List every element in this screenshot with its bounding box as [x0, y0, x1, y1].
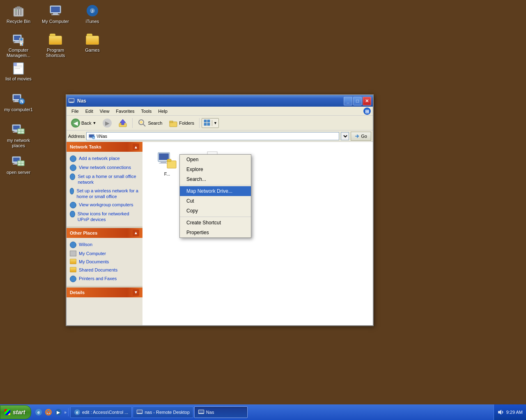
setup-home-network-link[interactable]: Set up a home or small office network [68, 172, 141, 187]
folders-button[interactable]: Folders [166, 117, 197, 129]
ctx-separator-2 [180, 217, 251, 217]
svg-rect-25 [14, 63, 17, 66]
details-label: Details [70, 290, 85, 295]
network-tasks-collapse-btn[interactable]: ▲ [133, 144, 139, 150]
svg-rect-9 [53, 13, 58, 14]
back-dropdown-icon[interactable]: ▼ [92, 121, 96, 125]
wilson-label: Wilson [79, 242, 92, 247]
address-input[interactable]: N \\Nas [86, 132, 339, 140]
wilson-icon [70, 242, 76, 248]
up-button[interactable] [115, 117, 130, 129]
up-icon [118, 119, 127, 128]
printers-faxes-link[interactable]: Printers and Faxes [68, 274, 141, 283]
desktop-icon-itunes[interactable]: ♪ iTunes [78, 4, 107, 24]
view-connections-label: View network connections [79, 164, 131, 170]
details-content [67, 297, 142, 325]
other-places-header[interactable]: Other Places ▲ [67, 228, 142, 238]
details-collapse-btn[interactable]: ▼ [133, 289, 139, 296]
upnp-icon [70, 211, 75, 217]
svg-rect-48 [70, 103, 73, 103]
desktop-icon-computer-management[interactable]: 📊 Computer Managem... [4, 33, 33, 58]
maximize-button[interactable]: □ [353, 97, 362, 105]
add-network-place-link[interactable]: Add a network place [68, 154, 141, 163]
my-computer-link-label: My Computer [79, 251, 106, 256]
desktop-icon-program-shortcuts[interactable]: Program Shortcuts [41, 33, 70, 58]
minimize-button[interactable]: _ [344, 97, 352, 105]
my-documents-link[interactable]: My Documents [68, 258, 141, 266]
ctx-cut[interactable]: Cut [180, 196, 251, 206]
details-section: Details ▼ [67, 288, 142, 325]
workgroup-icon [70, 202, 76, 208]
menu-edit[interactable]: Edit [82, 108, 96, 114]
network-folder-item[interactable]: F... [151, 150, 184, 177]
taskbar-apps: e edit : Access\Control ... nas - Remote… [69, 406, 494, 418]
desktop-icon-my-computer1[interactable]: N my computer1 [4, 92, 33, 112]
taskbar-app-edit-access-label: edit : Access\Control ... [82, 410, 129, 415]
other-places-collapse-btn[interactable]: ▲ [133, 230, 139, 236]
views-button[interactable]: ▼ [202, 118, 219, 128]
desktop-icon-open-server[interactable]: open server [4, 155, 33, 175]
desktop-icon-my-computer[interactable]: My Computer [41, 4, 70, 24]
back-button[interactable]: ◀ Back ▼ [68, 117, 99, 129]
ctx-open[interactable]: Open [180, 155, 251, 164]
svg-text:N: N [20, 99, 23, 104]
other-places-content: Wilson My Computer My Documents Sha [67, 238, 142, 286]
svg-rect-68 [159, 153, 169, 160]
view-workgroup-link[interactable]: View workgroup computers [68, 201, 141, 210]
search-button[interactable]: Search [135, 117, 165, 129]
svg-rect-2 [17, 7, 20, 8]
ctx-properties[interactable]: Properties [180, 228, 251, 237]
forward-button[interactable]: ▶ [100, 117, 115, 129]
taskbar-app-remote-desktop[interactable]: nas - Remote Desktop [133, 406, 193, 418]
ctx-create-shortcut[interactable]: Create Shortcut [180, 218, 251, 228]
recycle-bin-label: Recycle Bin [7, 19, 30, 24]
context-menu: Open Explore Search... Map Network Drive… [179, 154, 251, 238]
menu-view[interactable]: View [96, 108, 113, 114]
menu-file[interactable]: File [68, 108, 82, 114]
desktop-icon-list-of-movies[interactable]: list of movies [4, 62, 33, 82]
address-dropdown[interactable]: ▼ [341, 132, 349, 140]
svg-point-6 [16, 10, 17, 11]
taskbar-nas-icon [198, 409, 204, 415]
show-upnp-link[interactable]: Show icons for networked UPnP devices [68, 210, 141, 224]
start-button[interactable]: start [0, 405, 31, 419]
menu-tools[interactable]: Tools [138, 108, 155, 114]
main-content: Network Tasks ▲ Add a network place View… [67, 142, 373, 325]
desktop-icon-games[interactable]: Games [78, 33, 107, 58]
my-computer-link[interactable]: My Computer [68, 249, 141, 258]
details-header[interactable]: Details ▼ [67, 288, 142, 297]
forward-icon: ▶ [103, 119, 112, 128]
svg-point-19 [20, 38, 23, 41]
shared-documents-link[interactable]: Shared Documents [68, 266, 141, 274]
svg-rect-57 [170, 121, 173, 123]
ctx-copy[interactable]: Copy [180, 206, 251, 216]
games-label: Games [85, 48, 99, 53]
ctx-search[interactable]: Search... [180, 174, 251, 184]
menu-help[interactable]: Help [155, 108, 171, 114]
svg-text:♪: ♪ [91, 8, 94, 14]
ctx-separator-1 [180, 185, 251, 185]
wilson-link[interactable]: Wilson [68, 240, 141, 249]
view-network-connections-link[interactable]: View network connections [68, 163, 141, 172]
ql-media-icon[interactable]: ▶ [54, 408, 62, 416]
go-button[interactable]: Go [351, 132, 371, 141]
views-dropdown-icon[interactable]: ▼ [212, 120, 218, 126]
desktop-icon-recycle-bin[interactable]: Recycle Bin [4, 4, 33, 24]
taskbar-app-edit-access[interactable]: e edit : Access\Control ... [70, 406, 132, 418]
search-icon [138, 119, 147, 128]
ql-ie-icon[interactable]: e [34, 408, 43, 416]
ctx-map-network-drive[interactable]: Map Network Drive... [180, 186, 251, 196]
close-button[interactable]: ✕ [363, 97, 371, 105]
svg-rect-27 [14, 95, 20, 99]
desktop-icon-my-network-places[interactable]: my network places [4, 123, 33, 148]
svg-rect-10 [51, 14, 60, 15]
wireless-icon [70, 188, 74, 194]
folders-icon [169, 119, 178, 128]
network-tasks-header[interactable]: Network Tasks ▲ [67, 142, 142, 152]
taskbar-app-nas[interactable]: Nas [194, 406, 248, 418]
setup-wireless-link[interactable]: Set up a wireless network for a home or … [68, 187, 141, 201]
ql-firefox-icon[interactable]: 🦊 [44, 408, 53, 416]
quick-launch-more-icon[interactable]: » [64, 410, 67, 415]
ctx-explore[interactable]: Explore [180, 164, 251, 174]
menu-favorites[interactable]: Favorites [113, 108, 138, 114]
